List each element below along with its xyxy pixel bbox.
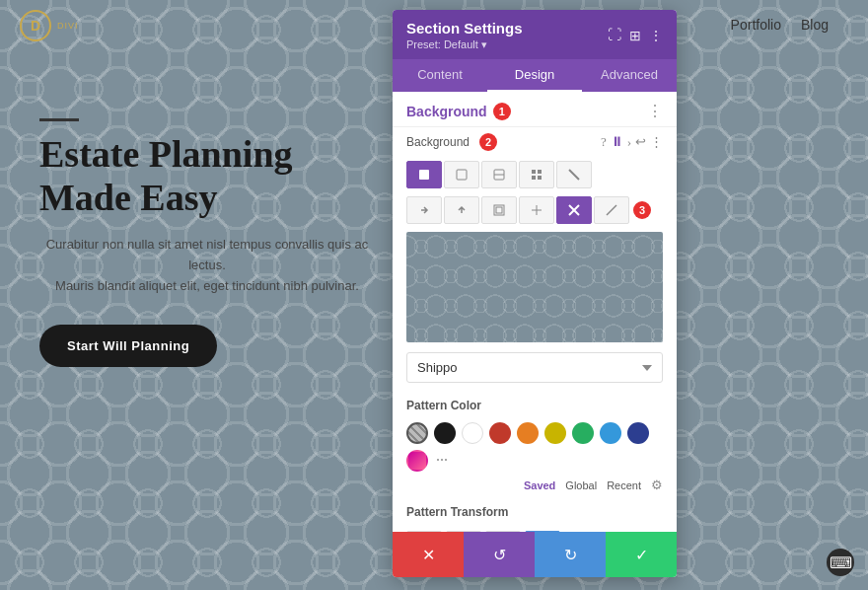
type-btn-image[interactable] [481,161,517,188]
panel-tabs: Content Design Advanced [393,59,677,92]
img-type-diagonal[interactable] [594,196,629,224]
swatch-red[interactable] [489,422,511,444]
svg-line-8 [569,170,579,180]
help-icon[interactable]: ? [601,134,607,150]
global-tab[interactable]: Global [565,479,597,491]
saved-row: Saved Global Recent ⚙ [393,474,677,499]
logo[interactable]: D DIVI [20,8,79,42]
transform-buttons: 5 [393,525,677,532]
img-type-cross[interactable] [556,196,592,224]
svg-rect-5 [538,170,542,174]
settings-cog-icon[interactable]: ⚙ [651,478,663,493]
bg-section-more[interactable]: ⋮ [647,102,663,120]
hero-title: Estate PlanningMade Easy [39,133,375,219]
undo-icon[interactable]: ↩ [635,134,646,150]
dropdown-row: Shippo [393,352,677,393]
swatch-pink[interactable] [406,450,428,472]
tab-design[interactable]: Design [487,59,582,92]
type-btn-color[interactable] [406,161,442,188]
callout-badge-1: 1 [493,103,511,120]
swatch-green[interactable] [572,422,594,444]
bg-section-title: Background [406,104,487,119]
svg-rect-7 [538,176,542,180]
panel-body: Background 1 ⋮ Background 2 ? ⏸ › ↩ ⋮ [393,92,677,532]
hero-subtitle: Curabitur non nulla sit amet nisl tempus… [39,235,375,296]
more-icon[interactable]: ⋮ [649,28,663,44]
tab-advanced[interactable]: Advanced [582,59,677,92]
img-type-arrows[interactable] [406,196,442,224]
confirm-button[interactable]: ✓ [606,532,677,577]
pattern-preview [406,232,663,342]
svg-rect-10 [496,207,502,213]
bg-row-label: Background [406,135,470,149]
img-type-buttons-row: 3 [393,192,677,232]
bg-section-header: Background 1 ⋮ [393,92,677,127]
nav-blog[interactable]: Blog [801,17,829,33]
svg-line-15 [607,205,616,215]
color-swatches: ··· [393,418,677,474]
bg-row: Background 2 ? ⏸ › ↩ ⋮ [393,127,677,157]
panel-header-icons: ⛶ ⊞ ⋮ [608,28,663,44]
hero-cta-button[interactable]: Start Will Planning [39,325,217,367]
panel-header: Section Settings Preset: Default ▾ ⛶ ⊞ ⋮ [393,10,677,59]
type-buttons-row [393,157,677,192]
cancel-button[interactable]: ✕ [393,532,464,577]
panel-title: Section Settings [406,20,523,37]
arrow-icon[interactable]: › [627,134,631,150]
hero-section: Estate PlanningMade Easy Curabitur non n… [39,118,375,367]
type-btn-gradient[interactable] [444,161,479,188]
svg-rect-0 [419,170,429,180]
section-settings-panel: Section Settings Preset: Default ▾ ⛶ ⊞ ⋮… [393,10,677,577]
saved-tab[interactable]: Saved [524,479,555,491]
svg-rect-4 [532,170,536,174]
svg-rect-6 [532,176,536,180]
more-colors-btn[interactable]: ··· [436,452,448,470]
swatch-darkblue[interactable] [627,422,649,444]
swatch-white[interactable] [462,422,483,444]
img-type-grid[interactable] [519,196,554,224]
pause-icon[interactable]: ⏸ [611,134,623,150]
swatch-orange[interactable] [517,422,539,444]
tab-content[interactable]: Content [393,59,487,92]
options-icon[interactable]: ⋮ [650,134,663,150]
pattern-color-label: Pattern Color [393,393,677,418]
type-btn-pattern[interactable] [519,161,554,188]
logo-letter: D [31,18,40,34]
keyboard-shortcut-icon[interactable]: ⌨ [827,549,854,576]
callout-badge-2: 2 [479,133,497,151]
redo-button[interactable]: ↻ [535,532,606,577]
swatch-black[interactable] [434,422,456,444]
callout-badge-3: 3 [633,201,651,219]
swatch-yellow[interactable] [544,422,566,444]
nav-portfolio[interactable]: Portfolio [731,17,781,33]
fullscreen-icon[interactable]: ⛶ [608,28,621,43]
swatch-gray[interactable] [406,422,428,444]
reset-button[interactable]: ↺ [464,532,535,577]
pattern-dropdown[interactable]: Shippo [406,352,663,383]
logo-text: DIVI [57,21,79,31]
type-btn-none[interactable] [556,161,592,188]
recent-tab[interactable]: Recent [607,479,641,491]
logo-circle: D [20,10,51,41]
columns-icon[interactable]: ⊞ [629,28,641,44]
swatch-blue[interactable] [600,422,621,444]
panel-preset[interactable]: Preset: Default ▾ [406,38,523,51]
pattern-transform-label: Pattern Transform [393,499,677,525]
img-type-frame[interactable] [481,196,517,224]
panel-footer: ✕ ↺ ↻ ✓ [393,532,677,577]
img-type-up[interactable] [444,196,479,224]
svg-rect-1 [457,170,467,180]
hero-line [39,118,79,121]
